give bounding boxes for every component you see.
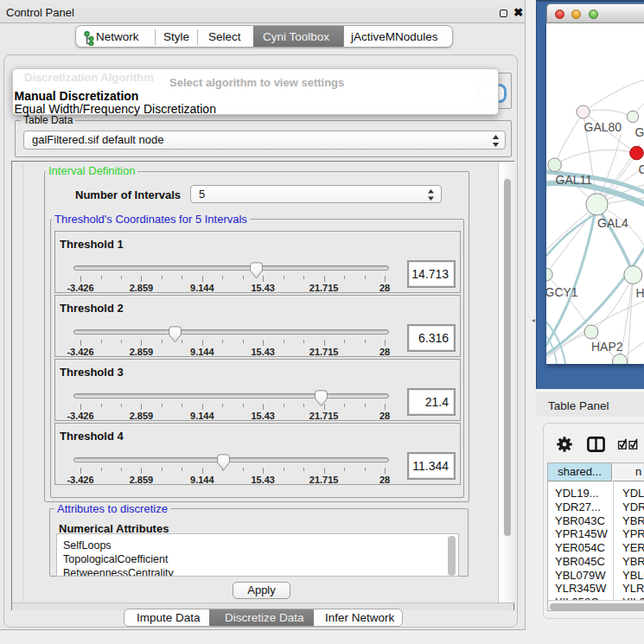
svg-text:GAL80: GAL80 bbox=[584, 120, 622, 134]
svg-text:GCY1: GCY1 bbox=[546, 285, 578, 299]
svg-text:HAP2: HAP2 bbox=[591, 340, 623, 354]
svg-text:HA: HA bbox=[636, 286, 644, 300]
svg-text:CYC: CYC bbox=[639, 163, 644, 176]
svg-text:GAL11: GAL11 bbox=[556, 173, 593, 187]
svg-text:GAL1: GAL1 bbox=[635, 125, 644, 139]
svg-text:GAL4: GAL4 bbox=[597, 216, 628, 230]
